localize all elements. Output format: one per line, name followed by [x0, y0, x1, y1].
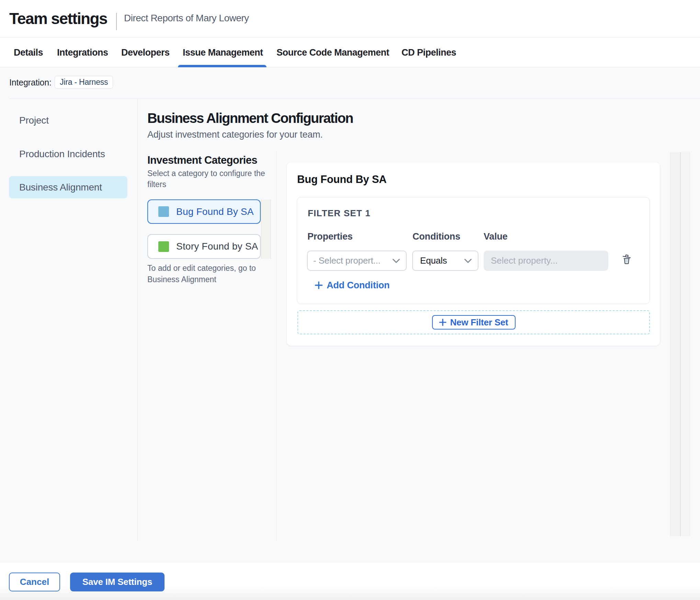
tab-issue-management[interactable]: Issue Management: [183, 38, 263, 67]
category-color-swatch: [158, 206, 169, 217]
section-title: Business Alignment Configuration: [147, 109, 353, 127]
property-select[interactable]: - Select propert...: [307, 251, 407, 271]
page-subtitle: Direct Reports of Mary Lowery: [124, 12, 249, 24]
categories-divider: [276, 151, 276, 541]
category-bug-found-by-sa[interactable]: Bug Found By SA: [147, 199, 261, 224]
add-condition-button[interactable]: Add Condition: [315, 278, 389, 292]
category-label: Bug Found By SA: [176, 206, 254, 217]
filter-set-box: FILTER SET 1 Properties Conditions Value…: [297, 197, 650, 304]
tab-details[interactable]: Details: [14, 38, 43, 67]
content-area: Integration: Jira - Harness Project Prod…: [0, 67, 700, 562]
tab-bar: Details Integrations Developers Issue Ma…: [0, 38, 700, 67]
delete-condition-button[interactable]: [619, 251, 634, 268]
new-filter-set-button[interactable]: New Filter Set: [432, 315, 516, 330]
integration-label: Integration:: [9, 76, 52, 89]
active-tab-indicator: [178, 65, 267, 67]
investment-categories-heading: Investment Categories: [147, 153, 257, 167]
sidebar-item-project[interactable]: Project: [9, 109, 127, 131]
filter-panel-card: Bug Found By SA FILTER SET 1 Properties …: [287, 162, 660, 346]
category-label: Story Found by SA: [176, 241, 258, 252]
value-input[interactable]: [484, 251, 608, 271]
panel-top-divider: [9, 99, 700, 99]
cancel-button[interactable]: Cancel: [9, 573, 60, 591]
category-list-scrollbar[interactable]: [261, 199, 271, 259]
chevron-down-icon: [464, 258, 472, 263]
plus-icon: [439, 319, 447, 326]
categories-footnote: To add or edit categories, go to Busines…: [147, 263, 275, 285]
save-im-settings-button[interactable]: Save IM Settings: [70, 573, 165, 591]
new-filter-set-dropzone: New Filter Set: [297, 310, 650, 334]
property-select-placeholder: - Select propert...: [313, 255, 381, 266]
scrollbar-track-inner[interactable]: [680, 152, 690, 536]
page-header: Team settings Direct Reports of Mary Low…: [0, 0, 700, 38]
filter-set-label: FILTER SET 1: [308, 208, 371, 219]
sidebar-item-production-incidents[interactable]: Production Incidents: [9, 143, 127, 165]
new-filter-set-label: New Filter Set: [450, 317, 508, 328]
plus-icon: [315, 281, 323, 289]
section-subtitle: Adjust investment categories for your te…: [147, 128, 323, 141]
integration-chip[interactable]: Jira - Harness: [55, 76, 113, 89]
column-header-properties: Properties: [307, 231, 353, 242]
tab-source-code-management[interactable]: Source Code Management: [276, 38, 389, 67]
column-header-value: Value: [484, 231, 508, 242]
condition-select[interactable]: Equals: [412, 251, 478, 271]
category-color-swatch: [158, 241, 169, 252]
sidebar-item-business-alignment[interactable]: Business Alignment: [9, 176, 127, 198]
condition-select-value: Equals: [420, 255, 447, 266]
title-separator: [116, 13, 117, 30]
footer-bar: Cancel Save IM Settings: [0, 562, 700, 600]
tab-developers[interactable]: Developers: [121, 38, 170, 67]
tab-cd-pipelines[interactable]: CD Pipelines: [402, 38, 456, 67]
filter-panel-title: Bug Found By SA: [297, 173, 386, 186]
investment-categories-hint: Select a category to configure the filte…: [147, 168, 278, 190]
add-condition-label: Add Condition: [327, 280, 389, 291]
sidebar-divider: [137, 99, 138, 541]
trash-icon: [622, 254, 631, 264]
tab-integrations[interactable]: Integrations: [57, 38, 108, 67]
category-story-found-by-sa[interactable]: Story Found by SA: [147, 234, 261, 259]
scrollbar-track-outer[interactable]: [670, 152, 680, 536]
page-title: Team settings: [9, 9, 107, 28]
column-header-conditions: Conditions: [413, 231, 460, 242]
chevron-down-icon: [392, 258, 400, 263]
